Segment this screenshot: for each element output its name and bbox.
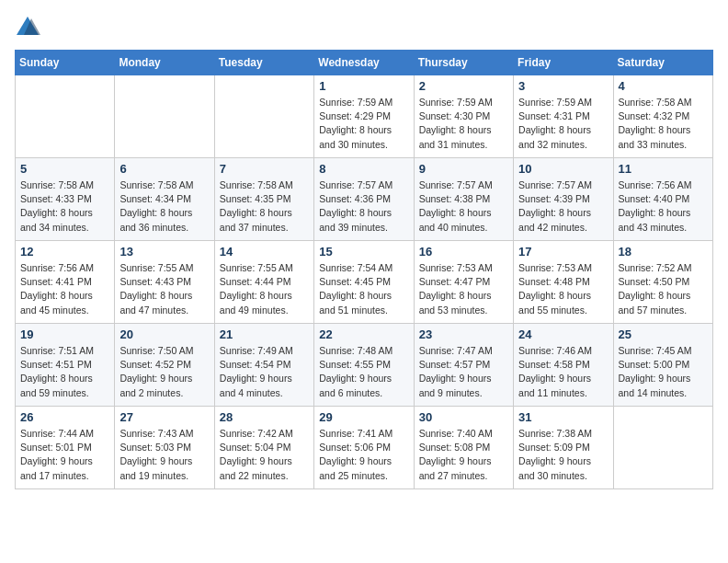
day-detail: Sunrise: 7:48 AM Sunset: 4:55 PM Dayligh… — [319, 344, 408, 400]
calendar-cell: 3Sunrise: 7:59 AM Sunset: 4:31 PM Daylig… — [514, 75, 613, 158]
logo-icon — [15, 15, 40, 40]
day-number: 13 — [119, 245, 209, 259]
day-number: 28 — [220, 410, 309, 424]
day-detail: Sunrise: 7:43 AM Sunset: 5:03 PM Dayligh… — [119, 427, 209, 483]
calendar-cell: 25Sunrise: 7:45 AM Sunset: 5:00 PM Dayli… — [613, 324, 712, 407]
day-number: 10 — [518, 162, 608, 176]
day-detail: Sunrise: 7:59 AM Sunset: 4:31 PM Dayligh… — [518, 96, 608, 152]
day-detail: Sunrise: 7:58 AM Sunset: 4:32 PM Dayligh… — [619, 96, 708, 152]
day-number: 24 — [518, 327, 608, 341]
calendar-cell: 16Sunrise: 7:53 AM Sunset: 4:47 PM Dayli… — [414, 241, 513, 324]
day-detail: Sunrise: 7:50 AM Sunset: 4:52 PM Dayligh… — [119, 344, 209, 400]
week-row-2: 5Sunrise: 7:58 AM Sunset: 4:33 PM Daylig… — [16, 158, 713, 241]
day-number: 12 — [20, 245, 109, 259]
calendar-cell: 10Sunrise: 7:57 AM Sunset: 4:39 PM Dayli… — [514, 158, 613, 241]
day-number: 23 — [419, 327, 508, 341]
day-number: 22 — [319, 327, 408, 341]
logo — [15, 15, 44, 40]
day-detail: Sunrise: 7:53 AM Sunset: 4:47 PM Dayligh… — [419, 261, 508, 317]
day-detail: Sunrise: 7:56 AM Sunset: 4:41 PM Dayligh… — [20, 261, 109, 317]
calendar-cell: 4Sunrise: 7:58 AM Sunset: 4:32 PM Daylig… — [613, 75, 712, 158]
calendar-cell: 12Sunrise: 7:56 AM Sunset: 4:41 PM Dayli… — [16, 241, 115, 324]
calendar-cell: 20Sunrise: 7:50 AM Sunset: 4:52 PM Dayli… — [115, 324, 214, 407]
calendar-cell — [115, 75, 214, 158]
calendar-cell: 19Sunrise: 7:51 AM Sunset: 4:51 PM Dayli… — [16, 324, 115, 407]
day-number: 11 — [619, 162, 708, 176]
calendar-cell: 11Sunrise: 7:56 AM Sunset: 4:40 PM Dayli… — [613, 158, 712, 241]
day-detail: Sunrise: 7:57 AM Sunset: 4:38 PM Dayligh… — [419, 178, 508, 235]
day-header-monday: Monday — [115, 51, 214, 75]
calendar-cell — [214, 75, 313, 158]
day-number: 17 — [518, 245, 608, 259]
day-number: 26 — [20, 410, 109, 424]
week-row-1: 1Sunrise: 7:59 AM Sunset: 4:29 PM Daylig… — [16, 75, 713, 158]
day-detail: Sunrise: 7:58 AM Sunset: 4:34 PM Dayligh… — [119, 178, 209, 235]
day-header-saturday: Saturday — [613, 51, 712, 75]
day-detail: Sunrise: 7:55 AM Sunset: 4:43 PM Dayligh… — [119, 261, 209, 317]
week-row-5: 26Sunrise: 7:44 AM Sunset: 5:01 PM Dayli… — [16, 407, 713, 489]
day-detail: Sunrise: 7:40 AM Sunset: 5:08 PM Dayligh… — [419, 427, 508, 483]
day-detail: Sunrise: 7:41 AM Sunset: 5:06 PM Dayligh… — [319, 427, 408, 483]
day-detail: Sunrise: 7:59 AM Sunset: 4:30 PM Dayligh… — [419, 96, 508, 152]
day-number: 6 — [119, 162, 209, 176]
calendar-cell: 2Sunrise: 7:59 AM Sunset: 4:30 PM Daylig… — [414, 75, 513, 158]
day-number: 4 — [619, 79, 708, 93]
day-header-wednesday: Wednesday — [314, 51, 414, 75]
calendar-cell: 9Sunrise: 7:57 AM Sunset: 4:38 PM Daylig… — [414, 158, 513, 241]
day-detail: Sunrise: 7:55 AM Sunset: 4:44 PM Dayligh… — [220, 261, 309, 317]
calendar-cell: 27Sunrise: 7:43 AM Sunset: 5:03 PM Dayli… — [115, 407, 214, 489]
day-number: 8 — [319, 162, 408, 176]
day-number: 20 — [119, 327, 209, 341]
calendar-cell: 7Sunrise: 7:58 AM Sunset: 4:35 PM Daylig… — [214, 158, 313, 241]
day-number: 16 — [419, 245, 508, 259]
calendar-cell: 24Sunrise: 7:46 AM Sunset: 4:58 PM Dayli… — [514, 324, 613, 407]
calendar-cell: 21Sunrise: 7:49 AM Sunset: 4:54 PM Dayli… — [214, 324, 313, 407]
calendar-cell: 29Sunrise: 7:41 AM Sunset: 5:06 PM Dayli… — [314, 407, 414, 489]
day-number: 1 — [319, 79, 408, 93]
calendar-cell — [16, 75, 115, 158]
day-detail: Sunrise: 7:46 AM Sunset: 4:58 PM Dayligh… — [518, 344, 608, 400]
day-header-friday: Friday — [514, 51, 613, 75]
calendar-cell: 18Sunrise: 7:52 AM Sunset: 4:50 PM Dayli… — [613, 241, 712, 324]
day-detail: Sunrise: 7:57 AM Sunset: 4:39 PM Dayligh… — [518, 178, 608, 235]
day-detail: Sunrise: 7:57 AM Sunset: 4:36 PM Dayligh… — [319, 178, 408, 235]
day-header-thursday: Thursday — [414, 51, 513, 75]
day-number: 9 — [419, 162, 508, 176]
calendar-cell: 6Sunrise: 7:58 AM Sunset: 4:34 PM Daylig… — [115, 158, 214, 241]
calendar-cell: 15Sunrise: 7:54 AM Sunset: 4:45 PM Dayli… — [314, 241, 414, 324]
week-row-4: 19Sunrise: 7:51 AM Sunset: 4:51 PM Dayli… — [16, 324, 713, 407]
calendar-cell: 13Sunrise: 7:55 AM Sunset: 4:43 PM Dayli… — [115, 241, 214, 324]
day-detail: Sunrise: 7:52 AM Sunset: 4:50 PM Dayligh… — [619, 261, 708, 317]
calendar-cell: 14Sunrise: 7:55 AM Sunset: 4:44 PM Dayli… — [214, 241, 313, 324]
day-detail: Sunrise: 7:38 AM Sunset: 5:09 PM Dayligh… — [518, 427, 608, 483]
day-header-sunday: Sunday — [16, 51, 115, 75]
calendar-cell: 31Sunrise: 7:38 AM Sunset: 5:09 PM Dayli… — [514, 407, 613, 489]
calendar-cell: 30Sunrise: 7:40 AM Sunset: 5:08 PM Dayli… — [414, 407, 513, 489]
day-detail: Sunrise: 7:54 AM Sunset: 4:45 PM Dayligh… — [319, 261, 408, 317]
day-detail: Sunrise: 7:51 AM Sunset: 4:51 PM Dayligh… — [20, 344, 109, 400]
day-number: 5 — [20, 162, 109, 176]
calendar-cell: 23Sunrise: 7:47 AM Sunset: 4:57 PM Dayli… — [414, 324, 513, 407]
day-number: 3 — [518, 79, 608, 93]
day-detail: Sunrise: 7:44 AM Sunset: 5:01 PM Dayligh… — [20, 427, 109, 483]
day-detail: Sunrise: 7:53 AM Sunset: 4:48 PM Dayligh… — [518, 261, 608, 317]
calendar-cell: 22Sunrise: 7:48 AM Sunset: 4:55 PM Dayli… — [314, 324, 414, 407]
calendar-cell: 8Sunrise: 7:57 AM Sunset: 4:36 PM Daylig… — [314, 158, 414, 241]
calendar-table: SundayMondayTuesdayWednesdayThursdayFrid… — [15, 50, 713, 489]
calendar-header-row: SundayMondayTuesdayWednesdayThursdayFrid… — [16, 51, 713, 75]
day-number: 7 — [220, 162, 309, 176]
day-detail: Sunrise: 7:47 AM Sunset: 4:57 PM Dayligh… — [419, 344, 508, 400]
week-row-3: 12Sunrise: 7:56 AM Sunset: 4:41 PM Dayli… — [16, 241, 713, 324]
day-detail: Sunrise: 7:49 AM Sunset: 4:54 PM Dayligh… — [220, 344, 309, 400]
day-header-tuesday: Tuesday — [214, 51, 313, 75]
day-number: 30 — [419, 410, 508, 424]
day-number: 14 — [220, 245, 309, 259]
day-detail: Sunrise: 7:58 AM Sunset: 4:35 PM Dayligh… — [220, 178, 309, 235]
day-number: 15 — [319, 245, 408, 259]
day-number: 31 — [518, 410, 608, 424]
day-detail: Sunrise: 7:58 AM Sunset: 4:33 PM Dayligh… — [20, 178, 109, 235]
day-detail: Sunrise: 7:42 AM Sunset: 5:04 PM Dayligh… — [220, 427, 309, 483]
day-number: 2 — [419, 79, 508, 93]
calendar-cell: 1Sunrise: 7:59 AM Sunset: 4:29 PM Daylig… — [314, 75, 414, 158]
day-number: 21 — [220, 327, 309, 341]
